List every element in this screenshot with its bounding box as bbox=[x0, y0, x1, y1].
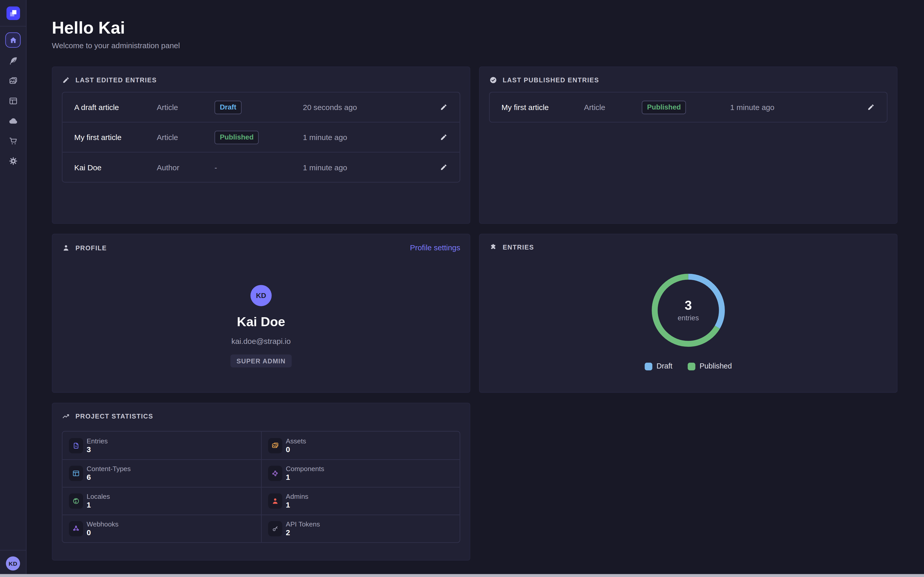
strapi-logo-icon bbox=[8, 8, 18, 18]
card-header: PROJECT STATISTICS bbox=[62, 412, 460, 420]
project-statistics-card: PROJECT STATISTICS Entries 3 bbox=[52, 403, 470, 560]
stat-label: Entries bbox=[87, 437, 108, 445]
globe-icon bbox=[72, 497, 80, 505]
stat-label: Webhooks bbox=[87, 521, 119, 528]
pencil-icon bbox=[440, 103, 448, 111]
sidebar-item-content-manager[interactable] bbox=[3, 50, 23, 71]
entry-kind: Article bbox=[157, 103, 215, 111]
legend-label: Published bbox=[699, 362, 732, 370]
icon-tile bbox=[69, 493, 83, 509]
card-title: PROJECT STATISTICS bbox=[76, 413, 153, 420]
stat-meta: Locales 1 bbox=[87, 493, 110, 509]
card-header: PROFILE Profile settings bbox=[62, 243, 460, 252]
entry-status: Draft bbox=[215, 100, 303, 114]
sidebar-item-deploy[interactable] bbox=[3, 111, 23, 131]
sidebar-item-content-type-builder[interactable] bbox=[3, 91, 23, 111]
user-avatar[interactable]: KD bbox=[6, 556, 20, 571]
stats-table: Entries 3 bbox=[62, 431, 460, 543]
entry-status: Published bbox=[215, 131, 303, 144]
edit-entry-button[interactable] bbox=[861, 103, 875, 111]
entry-row[interactable]: My first article Article Published 1 min… bbox=[490, 92, 887, 122]
sidebar-item-marketplace[interactable] bbox=[3, 131, 23, 151]
entries-table: A draft article Article Draft 20 seconds… bbox=[62, 92, 460, 182]
sidebar-item-media-library[interactable] bbox=[3, 71, 23, 91]
card-title: LAST PUBLISHED ENTRIES bbox=[502, 76, 599, 84]
sidebar-divider bbox=[0, 550, 26, 550]
stat-label: Locales bbox=[87, 493, 110, 500]
images-icon bbox=[8, 76, 18, 85]
last-published-entries-card: LAST PUBLISHED ENTRIES My first article … bbox=[479, 66, 898, 224]
icon-tile bbox=[69, 466, 83, 481]
donut-center-label: 3 entries bbox=[651, 272, 726, 348]
icon-tile bbox=[268, 466, 282, 481]
stat-cell-locales: Locales 1 bbox=[62, 487, 261, 515]
entry-kind: Article bbox=[157, 133, 215, 142]
cart-icon bbox=[8, 135, 18, 146]
card-title: LAST EDITED ENTRIES bbox=[76, 76, 157, 84]
entry-row[interactable]: Kai Doe Author - 1 minute ago bbox=[62, 152, 459, 182]
note-icon bbox=[72, 442, 80, 450]
entry-kind: Article bbox=[584, 103, 642, 111]
profile-name: Kai Doe bbox=[237, 314, 285, 330]
person-icon bbox=[62, 243, 70, 251]
status-badge: Published bbox=[642, 100, 686, 114]
stat-cell-admins: Admins 1 bbox=[261, 487, 460, 515]
key-icon bbox=[271, 525, 279, 533]
stat-label: Admins bbox=[286, 493, 309, 500]
edit-entry-button[interactable] bbox=[434, 163, 448, 171]
entry-row[interactable]: My first article Article Published 1 min… bbox=[62, 122, 459, 152]
stat-meta: Entries 3 bbox=[87, 437, 108, 454]
sidebar-item-home[interactable] bbox=[5, 32, 21, 48]
nodes-icon bbox=[271, 469, 279, 477]
stat-meta: Content-Types 6 bbox=[87, 465, 131, 482]
horizontal-scrollbar[interactable] bbox=[0, 574, 924, 577]
entries-table: My first article Article Published 1 min… bbox=[489, 92, 888, 122]
card-title: ENTRIES bbox=[502, 244, 534, 251]
card-header: LAST PUBLISHED ENTRIES bbox=[489, 76, 888, 84]
entry-row[interactable]: A draft article Article Draft 20 seconds… bbox=[62, 92, 459, 122]
page-title: Hello Kai bbox=[52, 18, 898, 38]
entry-title: My first article bbox=[502, 103, 584, 111]
role-badge: SUPER ADMIN bbox=[231, 355, 292, 367]
stat-meta: Admins 1 bbox=[286, 493, 309, 509]
widgets-grid: LAST EDITED ENTRIES A draft article Arti… bbox=[52, 66, 898, 560]
legend-label: Draft bbox=[657, 362, 672, 370]
sidebar-bottom: KD bbox=[0, 550, 26, 577]
chart-legend: Draft Published bbox=[489, 362, 888, 370]
workspace-logo-button[interactable] bbox=[6, 6, 20, 20]
sidebar-item-settings[interactable] bbox=[3, 151, 23, 171]
edit-entry-button[interactable] bbox=[434, 103, 448, 111]
layout-icon bbox=[8, 96, 18, 106]
profile-body: KD Kai Doe kai.doe@strapi.io SUPER ADMIN bbox=[62, 252, 460, 367]
edit-entry-button[interactable] bbox=[434, 133, 448, 141]
check-circle-icon bbox=[489, 76, 498, 84]
admin-person-icon bbox=[271, 497, 279, 505]
stat-meta: API Tokens 2 bbox=[286, 521, 320, 537]
entry-kind: Author bbox=[157, 163, 215, 172]
stat-value: 0 bbox=[286, 445, 306, 454]
cloud-icon bbox=[8, 116, 18, 126]
sidebar-nav bbox=[3, 26, 23, 171]
icon-tile bbox=[268, 438, 282, 453]
entries-donut-chart: 3 entries bbox=[651, 272, 726, 348]
trending-up-icon bbox=[62, 412, 70, 420]
stat-value: 1 bbox=[87, 501, 110, 509]
entry-time: 1 minute ago bbox=[303, 163, 434, 172]
legend-item-published: Published bbox=[688, 362, 732, 370]
profile-settings-link[interactable]: Profile settings bbox=[410, 243, 460, 252]
entries-unit: entries bbox=[678, 314, 699, 322]
entry-time: 1 minute ago bbox=[303, 133, 434, 142]
draft-swatch bbox=[645, 363, 653, 370]
entries-count: 3 bbox=[685, 299, 692, 312]
feather-icon bbox=[8, 56, 18, 66]
published-swatch bbox=[688, 363, 696, 370]
entry-title: My first article bbox=[74, 133, 157, 142]
stat-meta: Components 1 bbox=[286, 465, 325, 482]
card-title: PROFILE bbox=[76, 244, 107, 251]
stat-meta: Webhooks 0 bbox=[87, 521, 119, 537]
card-header: LAST EDITED ENTRIES bbox=[62, 76, 460, 84]
profile-avatar: KD bbox=[250, 285, 272, 306]
photos-icon bbox=[271, 442, 279, 450]
entry-title: Kai Doe bbox=[74, 163, 157, 172]
sidebar: KD bbox=[0, 0, 26, 577]
